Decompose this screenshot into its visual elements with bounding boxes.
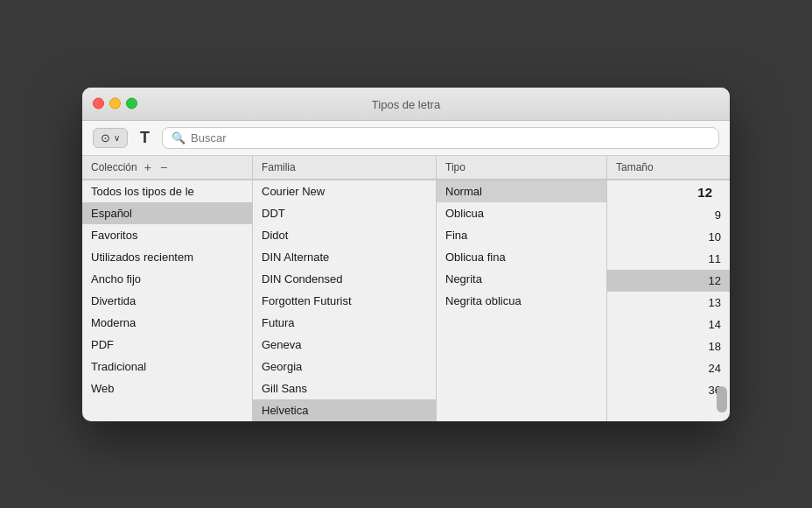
tamano-column: 1291011121314182436: [607, 180, 730, 421]
list-item[interactable]: DIN Condensed: [253, 268, 436, 290]
remove-collection-button[interactable]: −: [158, 161, 169, 173]
add-collection-button[interactable]: +: [143, 161, 153, 173]
scrollbar-track[interactable]: [716, 325, 728, 413]
scrollbar-thumb[interactable]: [717, 386, 727, 413]
tamano-item[interactable]: 12: [607, 180, 730, 204]
list-item[interactable]: Didot: [253, 224, 436, 246]
tamano-item[interactable]: 10: [607, 226, 730, 248]
familia-header: Familia: [253, 156, 437, 180]
list-item[interactable]: Gill Sans: [253, 377, 436, 399]
familia-header-label: Familia: [262, 161, 296, 173]
minimize-button[interactable]: [109, 98, 121, 109]
window-title: Tipos de letra: [372, 98, 440, 111]
list-item[interactable]: Futura: [253, 312, 436, 334]
list-item[interactable]: Tradicional: [82, 356, 252, 377]
tipo-header-label: Tipo: [445, 161, 466, 173]
title-bar: Tipos de letra: [82, 88, 730, 121]
coleccion-header-label: Colección: [91, 161, 137, 173]
close-button[interactable]: [93, 98, 104, 109]
tipo-item[interactable]: Negrita oblicua: [437, 290, 606, 312]
tipo-header: Tipo: [437, 156, 607, 180]
list-item[interactable]: Forgotten Futurist: [253, 290, 436, 312]
list-item[interactable]: Ancho fijo: [82, 268, 252, 290]
traffic-lights: [93, 98, 137, 109]
tamano-item[interactable]: 18: [607, 335, 730, 357]
tipo-item[interactable]: Fina: [437, 224, 606, 246]
chevron-down-icon: ∨: [114, 133, 120, 143]
list-item[interactable]: DDT: [253, 202, 436, 224]
tamano-header-label: Tamaño: [616, 161, 654, 173]
tipo-item[interactable]: Oblicua fina: [437, 246, 606, 268]
list-item[interactable]: DIN Alternate: [253, 246, 436, 268]
familia-column: Courier NewDDTDidotDIN AlternateDIN Cond…: [253, 180, 437, 421]
maximize-button[interactable]: [126, 98, 137, 109]
tamano-item[interactable]: 9: [607, 204, 730, 226]
coleccion-column: Todos los tipos de leEspañolFavoritosUti…: [82, 180, 253, 421]
tamano-item[interactable]: 24: [607, 357, 730, 379]
tamano-item[interactable]: 13: [607, 292, 730, 314]
list-item[interactable]: Courier New: [253, 180, 436, 202]
content-area: Todos los tipos de leEspañolFavoritosUti…: [82, 180, 730, 421]
tamano-item[interactable]: 14: [607, 314, 730, 335]
tipo-list: NormalOblicuaFinaOblicua finaNegritaNegr…: [437, 180, 606, 421]
list-item[interactable]: Web: [82, 377, 252, 399]
toolbar: ⊙ ∨ T 🔍: [82, 121, 730, 156]
list-item[interactable]: PDF: [82, 334, 252, 356]
font-T-icon: T: [136, 129, 153, 147]
list-item[interactable]: Geneva: [253, 334, 436, 356]
list-item[interactable]: Favoritos: [82, 224, 252, 246]
list-item[interactable]: Utilizados recientem: [82, 246, 252, 268]
tamano-header: Tamaño: [607, 156, 730, 180]
search-container: 🔍: [162, 127, 719, 149]
tamano-item[interactable]: 11: [607, 248, 730, 270]
tipo-item[interactable]: Negrita: [437, 268, 606, 290]
tipo-item[interactable]: Normal: [437, 180, 606, 202]
list-item[interactable]: Georgia: [253, 356, 436, 377]
options-button[interactable]: ⊙ ∨: [93, 128, 128, 148]
circle-icon: ⊙: [101, 131, 110, 145]
tipo-item[interactable]: Oblicua: [437, 202, 606, 224]
tamano-item[interactable]: 12: [607, 270, 730, 292]
search-input[interactable]: [191, 131, 710, 145]
list-item[interactable]: Divertida: [82, 290, 252, 312]
list-item[interactable]: Español: [82, 202, 252, 224]
list-item[interactable]: Todos los tipos de le: [82, 180, 252, 202]
list-item[interactable]: Helvetica: [253, 399, 436, 421]
search-icon: 🔍: [172, 131, 186, 145]
font-panel: Tipos de letra ⊙ ∨ T 🔍 Colección + − Fam…: [82, 88, 730, 421]
list-item[interactable]: Moderna: [82, 312, 252, 334]
coleccion-header: Colección + −: [82, 156, 253, 180]
coleccion-list: Todos los tipos de leEspañolFavoritosUti…: [82, 180, 252, 421]
tamano-item[interactable]: 36: [607, 379, 730, 401]
familia-list: Courier NewDDTDidotDIN AlternateDIN Cond…: [253, 180, 436, 421]
tamano-list: 1291011121314182436: [607, 180, 730, 421]
tipo-column: NormalOblicuaFinaOblicua finaNegritaNegr…: [437, 180, 607, 421]
